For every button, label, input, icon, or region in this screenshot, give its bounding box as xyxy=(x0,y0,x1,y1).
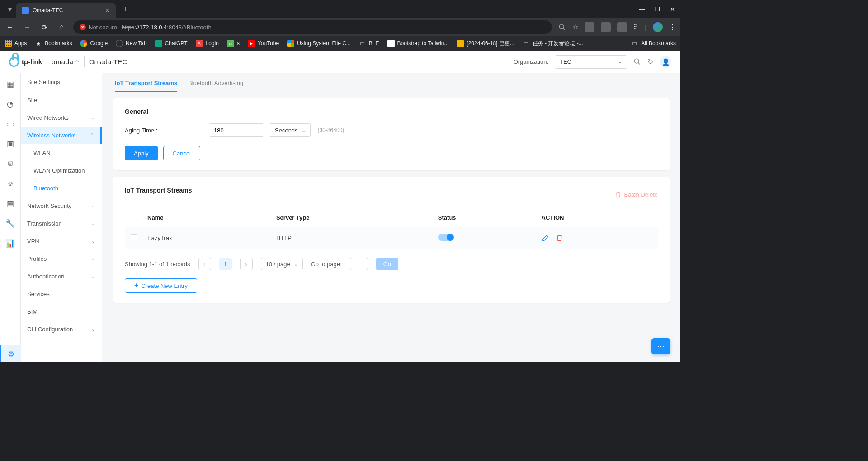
cancel-button[interactable]: Cancel xyxy=(163,146,200,160)
all-bookmarks[interactable]: 🗀All Bookmarks xyxy=(631,40,676,47)
aging-time-input[interactable] xyxy=(209,123,263,137)
extensions-puzzle-icon[interactable]: ⠟ xyxy=(633,23,638,31)
security-indicator[interactable]: ✕ Not secure xyxy=(80,24,117,31)
user-avatar[interactable]: 👤 xyxy=(660,56,671,68)
bookmark-login[interactable]: ALogin xyxy=(196,40,219,47)
bookmark-ble[interactable]: 🗀BLE xyxy=(359,40,379,47)
profile-avatar[interactable] xyxy=(653,22,663,32)
row-checkbox[interactable] xyxy=(131,234,137,240)
bookmark-s[interactable]: stıs xyxy=(227,40,240,47)
browser-menu-icon[interactable]: ⋮ xyxy=(669,23,676,31)
aging-time-row: Aging Time : Seconds ⌄ (30-86400) xyxy=(125,123,658,137)
streams-title: IoT Transport Streams xyxy=(125,187,192,194)
bookmark-chatgpt[interactable]: ChatGPT xyxy=(155,40,188,47)
sidebar-item-auth[interactable]: Authentication⌄ xyxy=(21,268,102,285)
browser-toolbar: ← → ⟳ ⌂ ✕ Not secure https://172.18.0.4:… xyxy=(0,18,680,36)
bookmark-date[interactable]: [2024-06-18] 已更... xyxy=(457,40,514,47)
delete-icon[interactable] xyxy=(556,234,563,242)
page-size-select[interactable]: 10 / page ⌄ xyxy=(261,258,303,270)
extension-icon-2[interactable] xyxy=(601,22,611,32)
bookmark-star-icon[interactable]: ☆ xyxy=(572,23,578,31)
apply-button[interactable]: Apply xyxy=(125,146,158,160)
sidebar-item-wireless[interactable]: Wireless Networks⌃ xyxy=(21,127,102,144)
rail-devices-icon[interactable]: ▣ xyxy=(5,138,16,149)
tab-close-icon[interactable]: ✕ xyxy=(105,7,110,14)
bookmark-bootstrap[interactable]: Bootstrap to Tailwin... xyxy=(387,40,449,47)
general-panel: General Aging Time : Seconds ⌄ (30-86400… xyxy=(113,98,670,170)
batch-delete-button[interactable]: Batch Delete xyxy=(615,191,658,198)
pagination: Showing 1-1 of 1 records ‹ 1 › 10 / page… xyxy=(125,258,658,270)
bookmark-youtube[interactable]: ▶YouTube xyxy=(248,40,279,47)
rail-map-icon[interactable]: ⬚ xyxy=(5,118,16,129)
not-secure-icon: ✕ xyxy=(80,24,86,30)
bookmark-apps[interactable]: Apps xyxy=(5,40,27,47)
window-controls: — ❐ ✕ xyxy=(639,6,677,13)
rail-dashboard-icon[interactable]: ▦ xyxy=(5,79,16,89)
sidebar-item-bluetooth[interactable]: Bluetooth xyxy=(21,179,102,197)
rail-logs-icon[interactable]: ▤ xyxy=(5,198,16,209)
rail-stats-icon[interactable]: ◔ xyxy=(5,99,16,109)
tab-iot-streams[interactable]: IoT Transport Streams xyxy=(115,80,177,92)
cell-server: HTTP xyxy=(272,227,434,249)
sidebar-item-site[interactable]: Site xyxy=(21,91,102,109)
goto-page-input[interactable] xyxy=(350,258,368,270)
sidebar-item-transmission[interactable]: Transmission⌄ xyxy=(21,215,102,232)
chevron-down-icon: ⌄ xyxy=(618,59,622,65)
tplink-logo: tp-link xyxy=(9,57,42,67)
minimize-button[interactable]: — xyxy=(639,6,645,13)
sidebar-item-site-settings[interactable]: Site Settings xyxy=(21,73,102,91)
globe-icon xyxy=(116,40,123,47)
sidebar-item-services[interactable]: Services xyxy=(21,285,102,303)
browser-tab[interactable]: Omada-TEC ✕ xyxy=(16,3,116,18)
sidebar-item-wired[interactable]: Wired Networks⌄ xyxy=(21,109,102,127)
bookmark-using-system[interactable]: Using System File C... xyxy=(287,40,351,47)
reload-button[interactable]: ⟳ xyxy=(39,23,50,32)
app-viewport: tp-link omada◠ Omada-TEC Organization: T… xyxy=(0,51,680,362)
create-new-entry-button[interactable]: + Create New Entry xyxy=(125,278,197,293)
sidebar-item-netsec[interactable]: Network Security⌄ xyxy=(21,197,102,215)
status-switch[interactable] xyxy=(438,234,453,241)
sidebar-item-wlan-opt[interactable]: WLAN Optimization xyxy=(21,162,102,179)
next-page-button[interactable]: › xyxy=(240,258,253,270)
close-window-button[interactable]: ✕ xyxy=(670,6,675,13)
new-tab-button[interactable]: + xyxy=(119,3,132,16)
address-bar[interactable]: ✕ Not secure https://172.18.0.4:8043/#Bl… xyxy=(73,20,552,34)
select-all-checkbox[interactable] xyxy=(131,214,137,220)
tab-bt-advertising[interactable]: Bluetooth Advertising xyxy=(188,80,243,92)
sidebar-item-vpn[interactable]: VPN⌄ xyxy=(21,232,102,250)
sidebar-item-profiles[interactable]: Profiles⌄ xyxy=(21,250,102,268)
rail-tools-icon[interactable]: 🔧 xyxy=(5,218,16,229)
rail-clients-icon[interactable]: ⎚ xyxy=(5,158,16,169)
home-button[interactable]: ⌂ xyxy=(56,23,67,31)
sidebar-item-cli[interactable]: CLI Configuration⌄ xyxy=(21,320,102,338)
rail-settings-icon[interactable]: ⚙ xyxy=(0,345,21,362)
youtube-icon: ▶ xyxy=(248,40,255,47)
chevron-down-icon: ⌄ xyxy=(91,203,95,209)
sidebar-item-sim[interactable]: SIM xyxy=(21,303,102,320)
search-icon[interactable] xyxy=(558,24,566,31)
bookmark-bookmarks[interactable]: ★Bookmarks xyxy=(35,40,72,47)
page-1-button[interactable]: 1 xyxy=(219,258,232,270)
bookmark-google[interactable]: Google xyxy=(80,40,108,47)
go-button[interactable]: Go xyxy=(376,258,398,270)
folder-icon: 🗀 xyxy=(631,40,638,47)
sidebar-item-wlan[interactable]: WLAN xyxy=(21,144,102,162)
bookmark-task[interactable]: 🗀任务 - 开发者论坛 -... xyxy=(523,40,583,47)
maximize-button[interactable]: ❐ xyxy=(655,6,660,13)
back-button[interactable]: ← xyxy=(5,23,15,31)
rail-reports-icon[interactable]: 📊 xyxy=(5,238,16,249)
extension-icon-1[interactable] xyxy=(585,22,594,32)
prev-page-button[interactable]: ‹ xyxy=(198,258,211,270)
edit-icon[interactable] xyxy=(542,234,549,242)
aging-unit-select[interactable]: Seconds ⌄ xyxy=(270,123,311,137)
chat-widget[interactable]: ⋯ xyxy=(651,338,670,354)
extension-icon-3[interactable] xyxy=(617,22,627,32)
mail-icon xyxy=(457,40,464,47)
refresh-icon[interactable]: ↻ xyxy=(647,57,653,66)
tab-search-dropdown[interactable]: ▾ xyxy=(4,3,16,15)
search-icon[interactable] xyxy=(633,58,641,66)
forward-button[interactable]: → xyxy=(22,23,33,31)
bookmark-newtab[interactable]: New Tab xyxy=(116,40,146,47)
rail-insights-icon[interactable]: ⌾ xyxy=(5,178,16,189)
organization-select[interactable]: TEC ⌄ xyxy=(555,55,627,69)
